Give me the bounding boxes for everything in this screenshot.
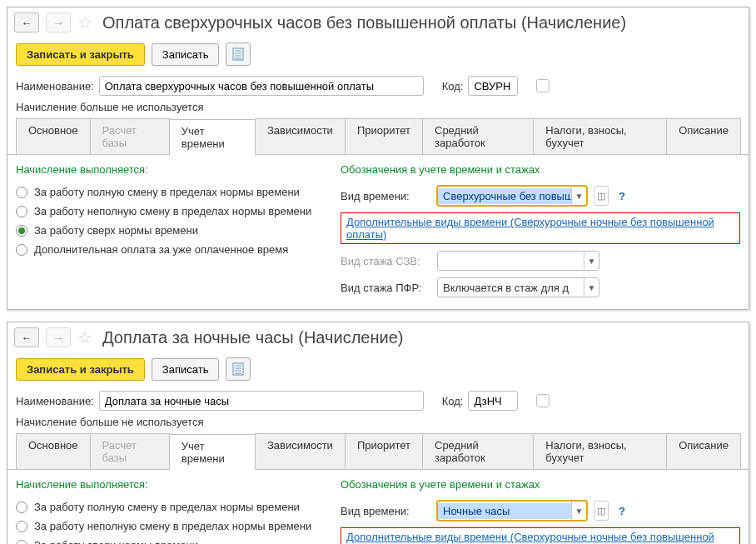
tab-body: Начисление выполняется: За работу полную…: [7, 470, 749, 544]
tab-3[interactable]: Зависимости: [255, 433, 346, 469]
left-group-title: Начисление выполняется:: [16, 163, 332, 176]
favorite-star-icon[interactable]: ☆: [77, 12, 92, 32]
tab-1[interactable]: Расчет базы: [90, 118, 170, 154]
radio-label: За работу полную смену в пределах нормы …: [34, 501, 300, 513]
radio-option-2[interactable]: За работу сверх нормы времени: [16, 536, 332, 544]
help-icon[interactable]: ?: [619, 505, 625, 517]
extra-types-link[interactable]: Дополнительные виды времени (Сверхурочны…: [341, 527, 740, 544]
vid-vremeni-combo[interactable]: Сверхурочные без повыш ▼: [437, 186, 587, 206]
stazh-szv-row: Вид стажа СЗВ: ▼: [341, 247, 740, 274]
stazh-pfr-combo[interactable]: Включается в стаж для д ▼: [437, 277, 599, 297]
tab-0[interactable]: Основное: [16, 118, 91, 154]
chevron-down-icon[interactable]: ▼: [584, 278, 599, 297]
right-column: Обозначения в учете времени и стажах Вид…: [341, 163, 740, 301]
right-column: Обозначения в учете времени и стажах Вид…: [341, 478, 740, 544]
titlebar: ← → ☆ Доплата за ночные часы (Начисление…: [7, 322, 749, 352]
vid-vremeni-value: Ночные часы: [438, 503, 571, 519]
tab-4[interactable]: Приоритет: [345, 433, 423, 469]
tab-0[interactable]: Основное: [16, 433, 91, 469]
radio-option-0[interactable]: За работу полную смену в пределах нормы …: [16, 497, 332, 517]
tab-7[interactable]: Описание: [666, 433, 741, 469]
left-column: Начисление выполняется: За работу полную…: [16, 478, 332, 544]
radio-label: Дополнительная оплата за уже оплаченное …: [34, 243, 288, 256]
right-group-title: Обозначения в учете времени и стажах: [341, 163, 740, 176]
name-input[interactable]: [99, 76, 424, 96]
window-title: Доплата за ночные часы (Начисление): [102, 328, 403, 347]
code-label: Код:: [442, 395, 464, 407]
radio-label: За работу неполную смену в пределах норм…: [34, 205, 311, 217]
code-input[interactable]: [468, 391, 518, 411]
list-button[interactable]: [226, 42, 251, 66]
stazh-pfr-label: Вид стажа ПФР:: [341, 282, 432, 294]
extra-types-link[interactable]: Дополнительные виды времени (Сверхурочны…: [341, 212, 740, 244]
radio-icon: [16, 225, 27, 237]
chevron-down-icon[interactable]: ▼: [584, 252, 599, 270]
save-close-button[interactable]: Записать и закрыть: [16, 43, 145, 66]
radio-option-1[interactable]: За работу неполную смену в пределах норм…: [16, 517, 332, 536]
tab-body: Начисление выполняется: За работу полную…: [7, 155, 749, 309]
name-label: Наименование:: [16, 395, 94, 407]
save-button[interactable]: Записать: [152, 43, 220, 66]
nav-forward-button[interactable]: →: [46, 12, 71, 32]
window: ← → ☆ Доплата за ночные часы (Начисление…: [7, 322, 749, 544]
open-extern-icon[interactable]: ◫: [594, 186, 609, 206]
radio-icon: [16, 540, 27, 545]
save-button[interactable]: Записать: [152, 358, 220, 381]
code-input[interactable]: [468, 76, 518, 96]
nav-back-button[interactable]: ←: [14, 327, 39, 347]
not-used-checkbox[interactable]: [536, 394, 550, 407]
tab-5[interactable]: Средний заработок: [422, 433, 534, 469]
tab-4[interactable]: Приоритет: [345, 118, 423, 154]
open-extern-icon[interactable]: ◫: [594, 501, 609, 521]
tab-6[interactable]: Налоги, взносы, бухучет: [533, 433, 667, 469]
radio-option-1[interactable]: За работу неполную смену в пределах норм…: [16, 202, 332, 221]
tab-2[interactable]: Учет времени: [169, 119, 256, 155]
tab-5[interactable]: Средний заработок: [422, 118, 534, 154]
vid-vremeni-row: Вид времени: Ночные часы ▼ ◫ ?: [341, 497, 740, 524]
tab-2[interactable]: Учет времени: [169, 434, 256, 470]
radio-option-2[interactable]: За работу сверх нормы времени: [16, 221, 332, 240]
radio-label: За работу полную смену в пределах нормы …: [34, 186, 300, 198]
radio-icon: [16, 187, 27, 198]
radio-icon: [16, 206, 27, 217]
form-row: Наименование: Код: Начисление больше не …: [7, 71, 749, 118]
radio-icon: [16, 244, 27, 256]
help-icon[interactable]: ?: [619, 190, 625, 202]
stazh-szv-combo[interactable]: ▼: [437, 251, 599, 271]
tab-1[interactable]: Расчет базы: [90, 433, 170, 469]
tab-7[interactable]: Описание: [666, 118, 741, 154]
favorite-star-icon[interactable]: ☆: [77, 327, 92, 347]
radio-label: За работу сверх нормы времени: [34, 224, 198, 237]
radio-icon: [16, 502, 27, 513]
nav-forward-button[interactable]: →: [46, 327, 71, 347]
tabs: ОсновноеРасчет базыУчет времениЗависимос…: [7, 118, 749, 155]
form-row: Наименование: Код: Начисление больше не …: [7, 386, 749, 433]
radio-option-0[interactable]: За работу полную смену в пределах нормы …: [16, 182, 332, 202]
radio-label: За работу неполную смену в пределах норм…: [34, 520, 311, 532]
code-label: Код:: [442, 80, 464, 92]
vid-vremeni-row: Вид времени: Сверхурочные без повыш ▼ ◫ …: [341, 182, 740, 209]
vid-vremeni-combo[interactable]: Ночные часы ▼: [437, 501, 587, 521]
name-input[interactable]: [99, 391, 424, 411]
toolbar: Записать и закрыть Записать: [7, 37, 749, 71]
chevron-down-icon[interactable]: ▼: [571, 502, 586, 520]
left-group-title: Начисление выполняется:: [16, 478, 332, 491]
tab-3[interactable]: Зависимости: [255, 118, 346, 154]
tab-6[interactable]: Налоги, взносы, бухучет: [533, 118, 667, 154]
extra-types-row: Дополнительные виды времени (Сверхурочны…: [341, 524, 740, 544]
name-label: Наименование:: [16, 80, 94, 92]
radio-option-3[interactable]: Дополнительная оплата за уже оплаченное …: [16, 240, 332, 259]
stazh-szv-label: Вид стажа СЗВ:: [341, 255, 432, 267]
right-group-title: Обозначения в учете времени и стажах: [341, 478, 740, 491]
extra-types-row: Дополнительные виды времени (Сверхурочны…: [341, 209, 740, 247]
not-used-label: Начисление больше не используется: [16, 101, 203, 113]
stazh-pfr-value: Включается в стаж для д: [438, 280, 584, 296]
not-used-checkbox[interactable]: [536, 79, 550, 92]
chevron-down-icon[interactable]: ▼: [571, 187, 586, 205]
window-title: Оплата сверхурочных часов без повышенной…: [102, 13, 626, 32]
save-close-button[interactable]: Записать и закрыть: [16, 358, 145, 381]
radio-icon: [16, 521, 27, 532]
vid-vremeni-label: Вид времени:: [341, 190, 432, 202]
nav-back-button[interactable]: ←: [14, 12, 39, 32]
list-button[interactable]: [226, 357, 251, 381]
